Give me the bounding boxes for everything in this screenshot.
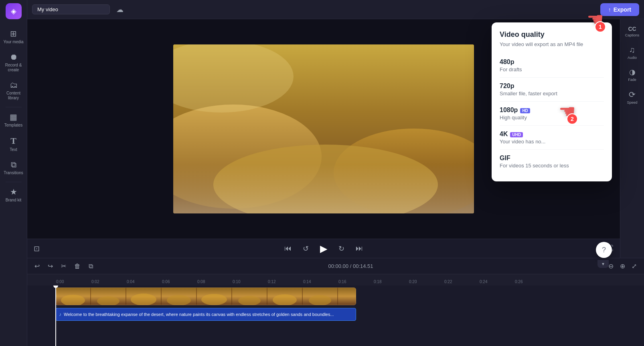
ruler-tick: 0:04	[126, 280, 161, 284]
ruler-tick: 0:12	[267, 280, 302, 284]
svg-point-18	[167, 295, 191, 305]
timeline-tracks: ♪ Welcome to the breathtaking expanse of…	[27, 286, 644, 346]
left-sidebar: ◈ ⊞ Your media ⏺ Record & create 🗂 Conte…	[0, 0, 27, 346]
fade-label: Fade	[628, 78, 636, 82]
ruler-tick: 0:02	[91, 280, 126, 284]
timeline-toolbar: ↩ ↪ ✂ 🗑 ⧉ 00:00.00 / 00:14.51 ⊖ ⊕ ⤢	[27, 258, 644, 274]
right-sidebar-audio[interactable]: ♫ Audio	[622, 42, 643, 63]
video-preview	[173, 44, 474, 213]
undo-button[interactable]: ↩	[32, 261, 42, 272]
right-sidebar-fade[interactable]: ◑ Fade	[622, 64, 643, 85]
quality-desc: High quality	[500, 115, 604, 121]
ruler-tick: 0:10	[232, 280, 267, 284]
quality-option-4k[interactable]: 4K UHD Your video has no...	[500, 126, 604, 150]
rewind-button[interactable]: ↺	[301, 243, 310, 255]
quality-option-header: 4K UHD	[500, 131, 604, 138]
help-icon: ?	[602, 246, 606, 254]
sidebar-item-your-media[interactable]: ⊞ Your media	[2, 26, 26, 48]
record-icon: ⏺	[10, 52, 18, 62]
text-icon: T	[10, 136, 16, 146]
brand-kit-icon: ★	[10, 187, 17, 197]
quality-option-1080p[interactable]: 1080p HD High quality	[500, 102, 604, 126]
quality-dropdown-title: Video quality	[500, 30, 604, 39]
quality-option-header: 720p	[500, 82, 604, 90]
ruler-tick: 0:26	[514, 280, 549, 284]
ruler-tick: 0:06	[161, 280, 196, 284]
delete-button[interactable]: 🗑	[72, 261, 83, 272]
caption-toggle-button[interactable]: ⊡	[32, 243, 41, 255]
ruler-tick: 0:24	[479, 280, 514, 284]
quality-option-header: 1080p HD	[500, 107, 604, 114]
caption-clip[interactable]: ♪ Welcome to the breathtaking expanse of…	[55, 308, 356, 321]
transitions-icon: ⧉	[11, 160, 16, 169]
app-logo: ◈	[6, 3, 22, 19]
sidebar-item-brand-kit[interactable]: ★ Brand kit	[2, 184, 26, 206]
export-icon: ↑	[608, 6, 611, 13]
ruler-tick: 0:18	[373, 280, 408, 284]
templates-icon: ▦	[10, 112, 17, 122]
right-sidebar: CC Captions ♫ Audio ◑ Fade ⟳ Speed	[620, 19, 644, 258]
sidebar-item-label: Content library	[3, 91, 24, 101]
svg-point-21	[273, 294, 297, 305]
sidebar-divider	[6, 107, 22, 107]
svg-point-22	[309, 295, 331, 305]
help-button[interactable]: ?	[596, 242, 612, 258]
svg-point-17	[131, 294, 156, 305]
quality-dropdown-subtitle: Your video will export as an MP4 file	[500, 41, 604, 47]
sidebar-item-text[interactable]: T Text	[2, 133, 26, 155]
video-clip[interactable]	[55, 288, 356, 305]
timeline-zoom-controls: ⊖ ⊕ ⤢	[606, 261, 639, 272]
play-button[interactable]: ▶	[318, 241, 329, 256]
svg-rect-4	[173, 165, 474, 213]
svg-point-19	[201, 294, 227, 305]
sidebar-item-content-library[interactable]: 🗂 Content library	[2, 77, 26, 104]
fade-icon: ◑	[629, 68, 636, 76]
ruler-tick: 0:08	[196, 280, 232, 284]
timeline-time-display: 00:00.00 / 00:14.51	[99, 263, 603, 269]
timeline-area: ↩ ↪ ✂ 🗑 ⧉ 00:00.00 / 00:14.51 ⊖ ⊕ ⤢ 0:00…	[27, 258, 644, 346]
quality-option-gif[interactable]: GIF For videos 15 seconds or less	[500, 150, 604, 173]
quality-desc: For drafts	[500, 66, 604, 72]
quality-option-480p[interactable]: 480p For drafts	[500, 54, 604, 78]
skip-to-end-button[interactable]: ⏭	[354, 243, 365, 254]
sidebar-item-transitions[interactable]: ⧉ Transitions	[2, 157, 26, 179]
quality-option-header: GIF	[500, 155, 604, 162]
your-media-icon: ⊞	[10, 29, 17, 38]
timeline-ruler: 0:00 0:02 0:04 0:06 0:08 0:10 0:12 0:14 …	[27, 274, 644, 286]
audio-label: Audio	[628, 56, 637, 60]
fit-button[interactable]: ⤢	[629, 261, 639, 272]
redo-button[interactable]: ↪	[45, 261, 55, 272]
desert-background	[173, 44, 474, 213]
quality-desc: Your video has no...	[500, 139, 604, 145]
topbar: ☁ ↑ Export	[27, 0, 644, 19]
cut-button[interactable]: ✂	[59, 261, 69, 272]
chevron-down-button[interactable]: ▾	[597, 260, 609, 268]
sidebar-item-label: Record & create	[3, 63, 24, 72]
right-sidebar-captions[interactable]: CC Captions	[622, 22, 643, 40]
svg-point-20	[238, 296, 261, 305]
chevron-down-icon: ▾	[602, 261, 604, 267]
video-title-input[interactable]	[32, 4, 110, 14]
sidebar-item-record[interactable]: ⏺ Record & create	[2, 49, 26, 76]
ruler-tick: 0:14	[302, 280, 338, 284]
ruler-tick: 0:20	[408, 280, 444, 284]
duplicate-button[interactable]: ⧉	[86, 261, 95, 272]
hd-badge: HD	[520, 108, 530, 113]
ruler-tick: 0:22	[444, 280, 479, 284]
right-sidebar-speed[interactable]: ⟳ Speed	[622, 86, 643, 108]
quality-option-720p[interactable]: 720p Smaller file, faster export	[500, 78, 604, 102]
quality-name: 480p	[500, 58, 514, 66]
save-to-cloud-button[interactable]: ☁	[113, 4, 127, 16]
speed-icon: ⟳	[629, 90, 636, 99]
sidebar-item-templates[interactable]: ▦ Templates	[2, 109, 26, 131]
uhd-badge: UHD	[510, 132, 523, 137]
quality-desc: Smaller file, faster export	[500, 91, 604, 97]
playhead[interactable]	[55, 286, 56, 346]
ruler-tick: 0:16	[338, 280, 373, 284]
forward-button[interactable]: ↻	[337, 243, 346, 255]
skip-to-start-button[interactable]: ⏮	[283, 243, 293, 254]
export-button[interactable]: ↑ Export	[600, 3, 639, 16]
video-quality-dropdown: Video quality Your video will export as …	[492, 22, 612, 181]
zoom-in-button[interactable]: ⊕	[618, 261, 628, 272]
caption-text: Welcome to the breathtaking expanse of t…	[64, 312, 334, 317]
